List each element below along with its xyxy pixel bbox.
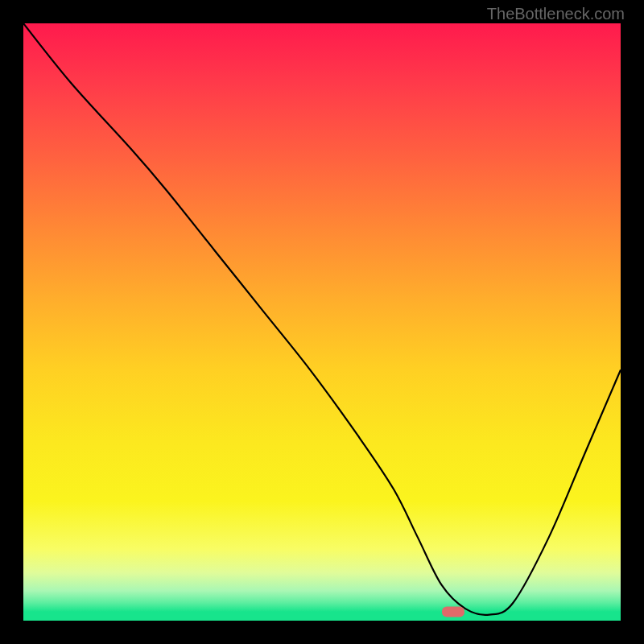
watermark-text: TheBottleneck.com xyxy=(487,5,625,23)
plot-area xyxy=(23,23,621,621)
chart-svg xyxy=(23,23,621,621)
curve-line xyxy=(23,23,621,615)
marker-point xyxy=(442,606,464,617)
